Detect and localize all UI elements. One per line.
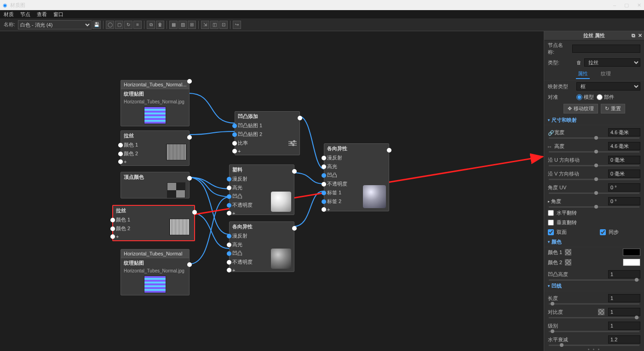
node2-in3[interactable] xyxy=(118,159,123,164)
unlink-icon[interactable]: ⑅ xyxy=(548,144,552,148)
node8-out[interactable] xyxy=(292,226,297,231)
node2-in1[interactable] xyxy=(118,143,123,147)
node-anisotropic-main[interactable]: 各向异性 漫反射 高光 凹凸 不透明度 标签 1 标签 2 + xyxy=(324,143,389,211)
bump-height-input[interactable] xyxy=(608,270,640,278)
tool-delete-icon[interactable]: 🗑 xyxy=(156,21,164,29)
node4-in1[interactable] xyxy=(110,218,115,222)
tool-arrange2-icon[interactable]: ◫ xyxy=(210,21,218,29)
move-v-input[interactable] xyxy=(608,170,640,178)
link-icon[interactable]: 🔗 xyxy=(548,130,552,135)
node8-in2[interactable] xyxy=(227,243,231,247)
node8-in5[interactable] xyxy=(227,268,231,272)
tool-zoom-icon[interactable]: ◯ xyxy=(106,21,114,29)
node9-in6[interactable] xyxy=(322,199,326,204)
menu-material[interactable]: 材质 xyxy=(4,11,14,18)
node1-out-port[interactable] xyxy=(187,79,192,84)
node7-in5[interactable] xyxy=(227,211,231,215)
node4-out[interactable] xyxy=(192,210,197,215)
node-plastic[interactable]: 塑料 漫反射 高光 凹凸 不透明度 + xyxy=(229,164,294,215)
node2-out[interactable] xyxy=(187,135,192,140)
close-button[interactable]: ✕ xyxy=(637,2,641,8)
type-select[interactable]: 拉丝 xyxy=(584,58,640,67)
width-input[interactable] xyxy=(608,128,640,136)
panel-close-icon[interactable]: ✕ xyxy=(638,33,642,39)
panel-popout-icon[interactable]: ⧉ xyxy=(632,33,635,39)
move-u-input[interactable] xyxy=(608,156,640,164)
material-name-select[interactable]: 白色 - 消光 (4) xyxy=(18,20,92,29)
node9-in2[interactable] xyxy=(322,164,326,169)
size-mapping-section[interactable]: 尺寸和映射 xyxy=(544,115,644,125)
node7-out[interactable] xyxy=(292,169,297,174)
node6-in3[interactable] xyxy=(232,141,237,146)
color-section[interactable]: 颜色 xyxy=(544,237,644,247)
tool-export-icon[interactable]: ↪ xyxy=(233,21,241,29)
node8-in4[interactable] xyxy=(227,260,231,265)
flip-v-checkbox[interactable] xyxy=(548,220,554,226)
node9-in7[interactable] xyxy=(322,207,326,212)
node-graph-canvas[interactable]: Horizontal_Tubes_Normal... 纹理贴图 Horizont… xyxy=(0,31,544,351)
tool-refresh-icon[interactable]: ↻ xyxy=(124,21,132,29)
node9-in4[interactable] xyxy=(322,182,326,187)
contrast-tex-swatch[interactable] xyxy=(598,309,604,315)
node8-in3[interactable] xyxy=(227,251,231,256)
tool-arrange3-icon[interactable]: ⊡ xyxy=(219,21,228,29)
node6-in1[interactable] xyxy=(232,124,237,128)
menu-view[interactable]: 查看 xyxy=(37,11,47,18)
node4-in2[interactable] xyxy=(110,226,115,231)
angle-uv-input[interactable] xyxy=(608,183,640,192)
tab-attributes[interactable]: 属性 xyxy=(576,69,590,79)
tool-group2-icon[interactable]: ▨ xyxy=(178,21,187,29)
node7-in3[interactable] xyxy=(227,194,231,199)
align-model-radio[interactable]: 模型 xyxy=(576,94,594,101)
length-input[interactable] xyxy=(608,294,640,302)
color1-swatch[interactable] xyxy=(623,249,640,256)
tab-texture[interactable]: 纹理 xyxy=(599,69,613,79)
tool-list-icon[interactable]: ≡ xyxy=(133,21,142,29)
node-texture-map-1[interactable]: Horizontal_Tubes_Normal... 纹理贴图 Horizont… xyxy=(121,80,190,126)
flip-h-checkbox[interactable] xyxy=(548,210,554,216)
curve-section[interactable]: 凹线 xyxy=(544,281,644,291)
node-vertex-color[interactable]: 顶点颜色 xyxy=(121,172,190,198)
maximize-button[interactable]: ▢ xyxy=(624,2,629,8)
sync-checkbox[interactable] xyxy=(600,229,606,235)
node-anisotropic-2[interactable]: 各向异性 漫反射 高光 凹凸 不透明度 + xyxy=(229,221,294,272)
menu-node[interactable]: 节点 xyxy=(20,11,30,18)
tool-arrange1-icon[interactable]: ⇲ xyxy=(201,21,209,29)
node2-in2[interactable] xyxy=(118,152,123,156)
node6-out[interactable] xyxy=(298,116,302,120)
color2-tex-swatch[interactable] xyxy=(565,259,571,266)
node7-in1[interactable] xyxy=(227,177,231,181)
node-bump-add[interactable]: 凹凸添加 凹凸贴图 1 凹凸贴图 2 比率 + xyxy=(235,111,300,155)
minimize-button[interactable]: – xyxy=(613,2,616,8)
node4-in3[interactable] xyxy=(110,234,115,239)
node7-in2[interactable] xyxy=(227,186,231,190)
tool-group1-icon[interactable]: ▦ xyxy=(169,21,178,29)
node9-in1[interactable] xyxy=(322,156,326,160)
move-texture-button[interactable]: ✥移动纹理 xyxy=(564,104,598,113)
color1-tex-swatch[interactable] xyxy=(565,249,571,255)
node-texture-map-2[interactable]: Horizontal_Tubes_Normal 纹理贴图 Horizontal_… xyxy=(121,249,190,295)
tool-copy-icon[interactable]: ⧉ xyxy=(147,21,155,29)
reset-button[interactable]: ↻重置 xyxy=(601,104,625,113)
height-input[interactable] xyxy=(608,142,640,150)
node8-in1[interactable] xyxy=(227,234,231,238)
node-brushed-2-selected[interactable]: 拉丝 颜色 1 颜色 2 + xyxy=(112,205,195,241)
node-name-input[interactable] xyxy=(572,45,640,53)
contrast-input[interactable] xyxy=(608,308,640,316)
node5-out[interactable] xyxy=(187,262,192,267)
map-type-select[interactable]: 框 xyxy=(576,82,640,91)
delete-icon[interactable]: 🗑 xyxy=(576,60,581,65)
color2-swatch[interactable] xyxy=(623,259,640,266)
node9-out[interactable] xyxy=(387,148,391,153)
node9-in5[interactable] xyxy=(322,191,326,195)
node6-in4[interactable] xyxy=(232,149,237,153)
align-part-radio[interactable]: 部件 xyxy=(597,94,614,101)
angle-input[interactable] xyxy=(608,197,640,205)
menu-window[interactable]: 窗口 xyxy=(53,11,63,18)
tool-group3-icon[interactable]: ⊞ xyxy=(188,21,196,29)
node3-out[interactable] xyxy=(187,176,192,181)
hdecay-input[interactable] xyxy=(608,335,640,344)
node6-in2[interactable] xyxy=(232,132,237,137)
tool-fit-icon[interactable]: ▢ xyxy=(115,21,123,29)
save-icon[interactable]: 💾 xyxy=(92,21,101,29)
